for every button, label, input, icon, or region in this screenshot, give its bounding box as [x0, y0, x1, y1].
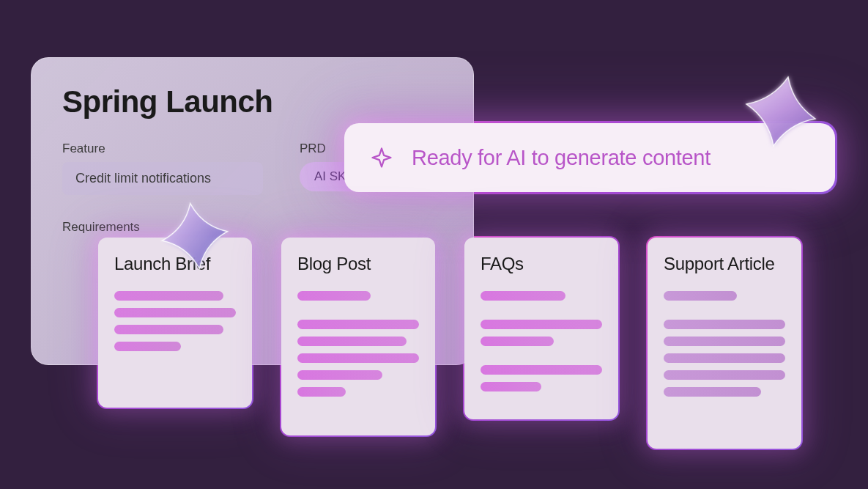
feature-input[interactable] — [62, 162, 263, 195]
card-title: Blog Post — [297, 254, 419, 275]
sparkle-icon — [371, 147, 393, 169]
content-preview-bars — [114, 291, 236, 351]
ai-ready-banner[interactable]: Ready for AI to generate content — [344, 123, 835, 192]
blog-post-card[interactable]: Blog Post — [281, 238, 435, 435]
content-preview-bars — [297, 291, 419, 397]
page-title: Spring Launch — [62, 84, 442, 120]
card-title: Launch Brief — [114, 254, 236, 275]
document-cards-row: Launch Brief Blog Post FAQs — [98, 238, 801, 449]
requirements-label: Requirements — [62, 220, 442, 235]
content-preview-bars — [664, 291, 785, 397]
feature-label: Feature — [62, 141, 263, 156]
card-title: FAQs — [481, 254, 602, 275]
launch-brief-card[interactable]: Launch Brief — [98, 238, 252, 408]
content-preview-bars — [481, 291, 602, 391]
support-article-card[interactable]: Support Article — [648, 238, 801, 449]
feature-field-group: Feature — [62, 141, 263, 195]
ai-banner-text: Ready for AI to generate content — [412, 146, 711, 170]
faqs-card[interactable]: FAQs — [464, 238, 618, 419]
card-title: Support Article — [664, 254, 785, 275]
